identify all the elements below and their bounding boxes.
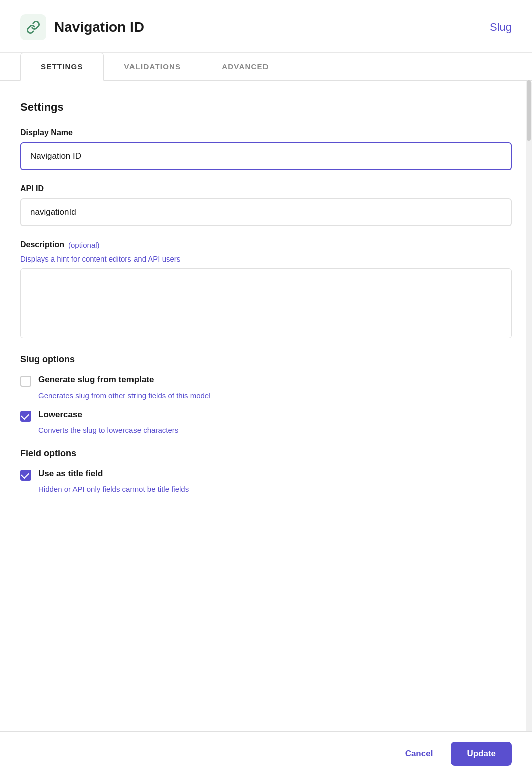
tab-settings[interactable]: SETTINGS [20,53,104,81]
use-as-title-desc: Hidden or API only fields cannot be titl… [38,485,512,493]
update-button[interactable]: Update [451,742,512,766]
api-id-group: API ID [20,184,512,226]
lowercase-checkbox[interactable] [20,411,31,422]
footer: Cancel Update [0,731,532,776]
scrollbar-thumb[interactable] [527,80,531,141]
api-id-input[interactable] [20,198,512,226]
settings-section-title: Settings [20,101,512,114]
api-id-label: API ID [20,184,512,193]
scrollbar-track [526,80,532,736]
tab-advanced[interactable]: ADVANCED [201,53,290,80]
tabs-container: SETTINGS VALIDATIONS ADVANCED [0,53,532,81]
tab-validations[interactable]: VALIDATIONS [104,53,202,80]
use-as-title-group: Use as title field Hidden or API only fi… [20,469,512,493]
use-as-title-row: Use as title field [20,469,512,481]
page-title: Navigation ID [54,19,144,35]
field-options-group: Field options Use as title field Hidden … [20,448,512,493]
display-name-input[interactable] [20,142,512,170]
cancel-button[interactable]: Cancel [395,743,443,765]
use-as-title-checkbox[interactable] [20,470,31,481]
lowercase-label: Lowercase [38,410,82,420]
generate-slug-desc: Generates slug from other string fields … [38,391,512,400]
lowercase-desc: Converts the slug to lowercase character… [38,426,512,434]
header-left: Navigation ID [20,14,144,40]
slug-options-group: Slug options Generate slug from template… [20,354,512,434]
use-as-title-label: Use as title field [38,469,103,479]
footer-divider [0,568,532,568]
field-options-title: Field options [20,448,512,459]
link-icon [20,14,46,40]
generate-slug-checkbox[interactable] [20,376,31,387]
header: Navigation ID Slug [0,0,532,53]
slug-options-title: Slug options [20,354,512,365]
generate-slug-label: Generate slug from template [38,375,154,385]
generate-slug-group: Generate slug from template Generates sl… [20,375,512,400]
display-name-group: Display Name [20,128,512,170]
description-textarea[interactable] [20,268,512,338]
lowercase-row: Lowercase [20,410,512,422]
description-hint: Displays a hint for content editors and … [20,254,512,263]
slug-link[interactable]: Slug [490,21,512,34]
settings-content: Settings Display Name API ID Description… [0,81,532,568]
description-group: Description (optional) Displays a hint f… [20,240,512,340]
lowercase-group: Lowercase Converts the slug to lowercase… [20,410,512,434]
description-optional-label: (optional) [68,241,100,249]
display-name-label: Display Name [20,128,512,137]
generate-slug-row: Generate slug from template [20,375,512,387]
description-label: Description (optional) [20,240,512,249]
